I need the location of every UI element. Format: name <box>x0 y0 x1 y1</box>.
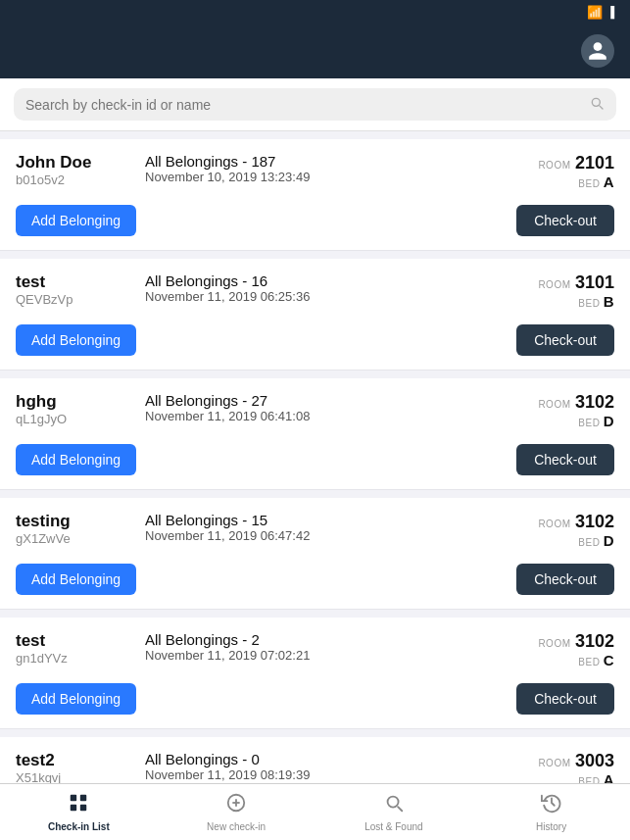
guest-name: hghg <box>16 392 133 412</box>
add-belonging-button[interactable]: Add Belonging <box>16 205 136 236</box>
svg-line-8 <box>398 807 402 811</box>
table-row: test gn1dYVz All Belongings - 2 November… <box>0 618 630 729</box>
bed-letter: D <box>604 413 614 429</box>
status-right: 📶 ▌ <box>587 5 618 20</box>
guest-name: test <box>16 631 133 651</box>
add-belonging-button[interactable]: Add Belonging <box>16 564 136 595</box>
nav-label: Lost & Found <box>364 821 422 832</box>
nav-item-lost-&-found[interactable]: Lost & Found <box>315 784 473 840</box>
search-icon <box>383 792 405 818</box>
checkout-button[interactable]: Check-out <box>516 564 614 595</box>
checkout-button[interactable]: Check-out <box>516 683 614 715</box>
table-row: hghg qL1gJyO All Belongings - 27 Novembe… <box>0 378 630 490</box>
checkin-list: John Doe b01o5v2 All Belongings - 187 No… <box>0 131 630 785</box>
room-label: ROOM <box>538 160 570 171</box>
bottom-nav: Check-in List New check-in Lost & Found … <box>0 783 630 840</box>
search-input[interactable] <box>25 97 581 113</box>
svg-rect-2 <box>71 805 76 811</box>
belongings-count: All Belongings - 2 <box>145 631 524 648</box>
bed-label: BED B <box>536 293 614 310</box>
guest-name: test2 <box>16 751 133 770</box>
belongings-count: All Belongings - 15 <box>145 512 524 528</box>
battery-icon: ▌ <box>610 6 618 18</box>
guest-id: QEVBzVp <box>16 292 133 307</box>
checkin-date: November 11, 2019 07:02:21 <box>145 648 524 663</box>
bed-letter: A <box>604 173 614 190</box>
user-avatar[interactable] <box>581 34 614 68</box>
svg-rect-1 <box>80 795 86 801</box>
add-belonging-button[interactable]: Add Belonging <box>16 683 136 715</box>
nav-label: History <box>536 821 566 832</box>
nav-item-check-in-list[interactable]: Check-in List <box>0 784 158 840</box>
checkout-button[interactable]: Check-out <box>516 444 614 475</box>
guest-id: gn1dYVz <box>16 651 133 666</box>
table-row: test2 X51kqvj All Belongings - 0 Novembe… <box>0 737 630 785</box>
plus-circle-icon <box>225 792 247 818</box>
nav-label: Check-in List <box>48 821 110 832</box>
bed-label: BED D <box>536 532 614 549</box>
bed-letter: B <box>604 293 614 310</box>
room-number: 3003 <box>575 751 614 770</box>
room-label: ROOM <box>538 519 570 529</box>
svg-point-7 <box>387 797 398 808</box>
checkin-date: November 11, 2019 06:25:36 <box>145 289 524 304</box>
room-label: ROOM <box>538 638 570 649</box>
checkin-date: November 10, 2019 13:23:49 <box>145 170 524 184</box>
svg-rect-3 <box>80 805 86 811</box>
checkout-button[interactable]: Check-out <box>516 205 614 236</box>
checkin-date: November 11, 2019 06:47:42 <box>145 528 524 543</box>
guest-name: test <box>16 272 133 292</box>
bed-label: BED D <box>536 413 614 429</box>
nav-label: New check-in <box>207 821 266 832</box>
guest-id: gX1ZwVe <box>16 531 133 546</box>
room-label: ROOM <box>538 758 570 768</box>
room-number: 3101 <box>575 272 614 292</box>
nav-item-history[interactable]: History <box>472 784 630 840</box>
guest-id: qL1gJyO <box>16 412 133 426</box>
bed-label: BED A <box>536 173 614 190</box>
guest-name: John Doe <box>16 153 133 173</box>
grid-icon <box>68 792 89 818</box>
history-icon <box>541 792 562 818</box>
add-belonging-button[interactable]: Add Belonging <box>16 324 136 356</box>
checkin-date: November 11, 2019 08:19:39 <box>145 767 524 782</box>
room-label: ROOM <box>538 279 570 290</box>
room-number: 2101 <box>575 153 614 173</box>
belongings-count: All Belongings - 0 <box>145 751 524 767</box>
belongings-count: All Belongings - 187 <box>145 153 524 170</box>
app-header <box>0 24 630 78</box>
wifi-icon: 📶 <box>587 5 603 20</box>
belongings-count: All Belongings - 27 <box>145 392 524 409</box>
svg-rect-0 <box>71 795 76 801</box>
add-belonging-button[interactable]: Add Belonging <box>16 444 136 475</box>
bed-letter: D <box>604 532 614 549</box>
table-row: test QEVBzVp All Belongings - 16 Novembe… <box>0 259 630 371</box>
guest-id: b01o5v2 <box>16 173 133 187</box>
status-bar: 📶 ▌ <box>0 0 630 24</box>
room-number: 3102 <box>575 631 614 651</box>
search-input-wrap[interactable] <box>14 88 616 121</box>
room-number: 3102 <box>575 392 614 412</box>
search-container <box>0 78 630 131</box>
table-row: testing gX1ZwVe All Belongings - 15 Nove… <box>0 498 630 610</box>
room-label: ROOM <box>538 399 570 410</box>
search-icon <box>589 95 605 114</box>
bed-label: BED C <box>536 652 614 668</box>
checkout-button[interactable]: Check-out <box>516 324 614 356</box>
belongings-count: All Belongings - 16 <box>145 272 524 289</box>
room-number: 3102 <box>575 512 614 531</box>
nav-item-new-check-in[interactable]: New check-in <box>158 784 315 840</box>
bed-letter: C <box>604 652 614 668</box>
table-row: John Doe b01o5v2 All Belongings - 187 No… <box>0 139 630 251</box>
guest-name: testing <box>16 512 133 531</box>
checkin-date: November 11, 2019 06:41:08 <box>145 409 524 423</box>
